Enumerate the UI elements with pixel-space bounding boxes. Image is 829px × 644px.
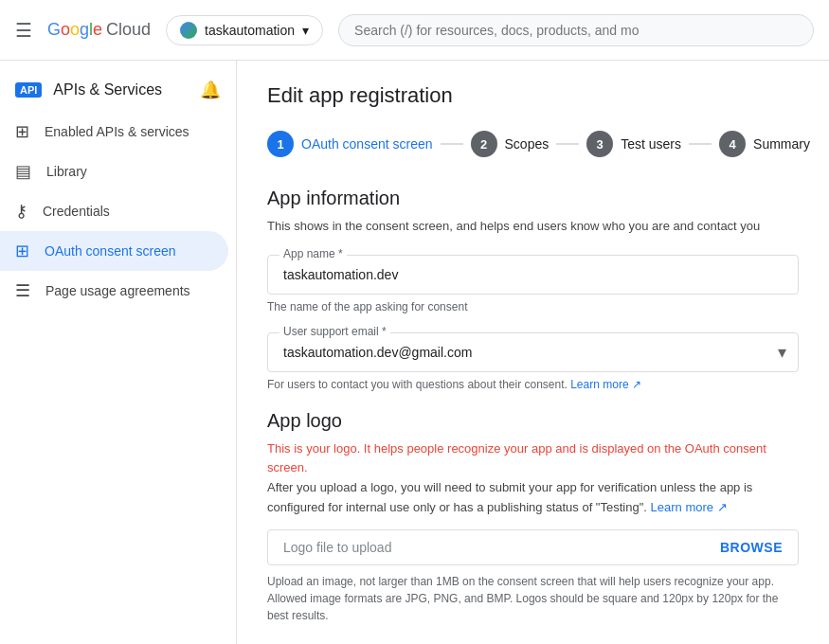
sidebar-item-page-usage[interactable]: ☰ Page usage agreements	[0, 271, 228, 311]
sidebar-item-enabled[interactable]: ⊞ Enabled APIs & services	[0, 112, 228, 152]
app-name-hint: The name of the app asking for consent	[267, 300, 799, 313]
app-name-label: App name *	[279, 247, 347, 260]
cloud-text: Cloud	[106, 20, 151, 40]
project-icon	[180, 22, 197, 39]
step-3-label: Test users	[621, 136, 681, 152]
external-link-icon-2: ↗	[717, 500, 728, 514]
top-nav: ☰ Google Cloud taskautomation ▾	[0, 0, 829, 61]
stepper: 1 OAuth consent screen 2 Scopes 3 Test u…	[267, 131, 799, 157]
page-title: Edit app registration	[267, 83, 799, 108]
upload-hint: Upload an image, not larger than 1MB on …	[267, 573, 799, 624]
step-2-circle: 2	[471, 131, 497, 157]
main-content: Edit app registration 1 OAuth consent sc…	[237, 61, 829, 644]
app-information-desc: This shows in the consent screen, and he…	[267, 217, 799, 236]
api-badge: API	[15, 82, 42, 98]
step-2-label: Scopes	[505, 136, 550, 152]
oauth-icon: ⊞	[15, 241, 29, 261]
step-3-circle: 3	[586, 131, 613, 157]
sidebar-header: API APIs & Services 🔔	[0, 68, 236, 112]
step-4: 4 Summary	[719, 131, 810, 157]
email-learn-more-link[interactable]: Learn more ↗	[570, 378, 641, 391]
sidebar-item-oauth[interactable]: ⊞ OAuth consent screen	[0, 231, 228, 271]
email-hint-text: For users to contact you with questions …	[267, 378, 568, 391]
logo-learn-more-label: Learn more	[651, 500, 713, 514]
app-logo-desc: This is your logo. It helps people recog…	[267, 439, 799, 518]
project-name: taskautomation	[205, 23, 295, 38]
email-value: taskautomation.dev@gmail.com	[283, 345, 472, 360]
app-logo-title: App logo	[267, 410, 799, 432]
page-usage-icon: ☰	[15, 280, 30, 301]
app-name-input[interactable]	[283, 267, 783, 282]
external-link-icon: ↗	[632, 378, 641, 391]
step-4-circle: 4	[719, 131, 746, 157]
notification-bell-icon[interactable]: 🔔	[200, 80, 221, 100]
logo-learn-more-link[interactable]: Learn more ↗	[651, 500, 728, 514]
library-icon: ▤	[15, 161, 31, 182]
app-name-wrapper: App name *	[267, 255, 799, 295]
learn-more-label: Learn more	[570, 378, 628, 391]
sidebar-item-label: OAuth consent screen	[45, 243, 176, 259]
step-divider-1	[441, 143, 463, 145]
app-information-title: App information	[267, 188, 799, 209]
sidebar-item-credentials[interactable]: ⚷ Credentials	[0, 191, 228, 231]
email-hint: For users to contact you with questions …	[267, 378, 799, 391]
project-selector[interactable]: taskautomation ▾	[166, 15, 323, 45]
key-icon: ⚷	[15, 201, 27, 222]
app-name-field-group: App name * The name of the app asking fo…	[267, 255, 799, 313]
sidebar-title: APIs & Services	[53, 81, 162, 98]
step-1-circle: 1	[267, 131, 294, 157]
sidebar-item-library[interactable]: ▤ Library	[0, 152, 228, 191]
chevron-down-icon: ▾	[302, 23, 309, 38]
email-label: User support email *	[279, 325, 390, 338]
sidebar-item-label: Enabled APIs & services	[45, 124, 189, 139]
email-dropdown[interactable]: User support email * taskautomation.dev@…	[267, 332, 799, 372]
google-g-icon: Google	[47, 20, 102, 40]
dropdown-arrow-icon: ▾	[778, 342, 786, 363]
sidebar-item-label: Page usage agreements	[45, 283, 190, 298]
search-input[interactable]	[338, 14, 814, 46]
sidebar-item-label: Credentials	[43, 204, 110, 219]
browse-button[interactable]: BROWSE	[720, 540, 783, 555]
step-divider-2	[556, 143, 579, 145]
email-field-group: User support email * taskautomation.dev@…	[267, 332, 799, 391]
logo-highlight-text: This is your logo. It helps people recog…	[267, 441, 766, 475]
hamburger-menu[interactable]: ☰	[15, 19, 32, 42]
step-4-label: Summary	[753, 136, 810, 152]
main-layout: API APIs & Services 🔔 ⊞ Enabled APIs & s…	[0, 61, 829, 644]
upload-box: Logo file to upload BROWSE	[267, 529, 799, 565]
step-3: 3 Test users	[586, 131, 681, 157]
step-divider-3	[689, 143, 712, 145]
grid-icon: ⊞	[15, 121, 29, 142]
sidebar: API APIs & Services 🔔 ⊞ Enabled APIs & s…	[0, 61, 237, 644]
step-2: 2 Scopes	[471, 131, 550, 157]
upload-placeholder: Logo file to upload	[283, 540, 720, 555]
google-cloud-logo: Google Cloud	[47, 20, 151, 40]
step-1-label: OAuth consent screen	[301, 136, 433, 152]
sidebar-item-label: Library	[46, 164, 87, 179]
step-1: 1 OAuth consent screen	[267, 131, 433, 157]
